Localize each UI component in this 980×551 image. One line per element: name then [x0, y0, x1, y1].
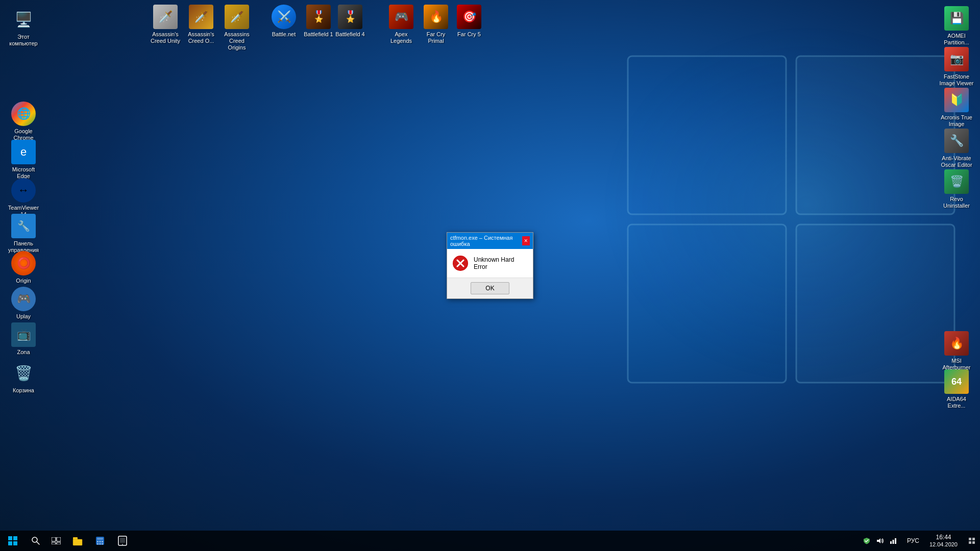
task-view-icon [52, 537, 61, 544]
this-pc-icon: 🖥️ [11, 7, 36, 32]
svg-rect-20 [57, 537, 61, 541]
svg-rect-36 [120, 538, 125, 543]
svg-rect-41 [969, 538, 971, 540]
google-chrome-icon: 🌐 [11, 102, 36, 126]
desktop-icon-uplay[interactable]: 🎮 Uplay [3, 285, 44, 322]
dialog-body: Unknown Hard Error [447, 249, 533, 278]
desktop-icon-anti-vibrate[interactable]: 🔧 Anti-Vibrate Oscar Editor [936, 127, 977, 170]
svg-rect-21 [52, 542, 56, 544]
dialog-close-button[interactable]: × [522, 236, 530, 245]
svg-rect-39 [892, 540, 894, 544]
taskbar-calculator[interactable] [89, 531, 111, 551]
clock-display[interactable]: 16:44 12.04.2020 [924, 531, 963, 551]
battle-net-label: Battle.net [272, 31, 296, 38]
assassins-creed-o-icon: 🗡️ [189, 5, 213, 29]
far-cry-primal-icon: 🔥 [424, 5, 448, 29]
svg-rect-30 [102, 541, 103, 542]
desktop-icon-faststone[interactable]: 📷 FastStone Image Viewer [936, 45, 977, 89]
svg-rect-13 [8, 536, 12, 540]
file-explorer-icon [72, 535, 83, 546]
windows-start-icon [8, 536, 17, 545]
this-pc-label: Этот компьютер [5, 34, 42, 47]
desktop-icon-battlefield-4[interactable]: 🎖️ Battlefield 4 [332, 3, 369, 40]
far-cry-5-label: Far Cry 5 [457, 31, 481, 38]
svg-rect-38 [890, 541, 892, 544]
zona-label: Zona [17, 349, 30, 356]
microsoft-edge-icon: e [11, 140, 36, 164]
assassins-creed-unity-label: Assassin's Creed Unity [149, 31, 182, 44]
desktop-icon-this-pc[interactable]: 🖥️ Этот компьютер [3, 5, 44, 49]
desktop-icon-trash[interactable]: 🗑️ Корзина [3, 359, 44, 396]
uplay-label: Uplay [16, 313, 31, 320]
desktop-icon-far-cry-primal[interactable]: 🔥 Far Cry Primal [418, 3, 454, 46]
desktop-icon-aida64[interactable]: 64 AIDA64 Extre... [936, 367, 977, 411]
msi-afterburner-icon: 🔥 [944, 331, 969, 356]
desktop-icon-battle-net[interactable]: ⚔️ Battle.net [265, 3, 302, 40]
taskbar: РУС 16:44 12.04.2020 [0, 531, 980, 551]
taskbar-pinned-apps [66, 531, 134, 551]
svg-rect-29 [100, 541, 101, 542]
uplay-icon: 🎮 [11, 287, 36, 311]
acronis-icon: 🔰 [944, 88, 969, 112]
control-panel-icon: 🔧 [11, 214, 36, 238]
taskbar-file-explorer[interactable] [66, 531, 89, 551]
svg-marker-37 [877, 538, 880, 543]
desktop-icon-acronis[interactable]: 🔰 Acronis True Image [936, 86, 977, 130]
dialog-titlebar: ctfmon.exe – Системная ошибка × [447, 233, 533, 249]
system-tray [858, 531, 902, 551]
language-indicator[interactable]: РУС [903, 531, 923, 551]
calculator-icon [95, 536, 105, 546]
desktop: 🖥️ Этот компьютер 🌐 Google Chrome e Micr… [0, 0, 980, 551]
anti-vibrate-icon: 🔧 [944, 129, 969, 153]
desktop-icon-aomei[interactable]: 💾 AOMEI Partition... [936, 4, 977, 48]
faststone-label: FastStone Image Viewer [938, 73, 975, 87]
desktop-icon-google-chrome[interactable]: 🌐 Google Chrome [3, 99, 44, 143]
dialog-footer: OK [447, 278, 533, 298]
desktop-icon-apex-legends[interactable]: 🎮 Apex Legends [383, 3, 420, 46]
desktop-icon-assassins-creed-o[interactable]: 🗡️ Assassin's Creed O... [183, 3, 219, 46]
network-tray-icon[interactable] [888, 535, 899, 546]
svg-rect-23 [73, 539, 82, 545]
svg-line-18 [37, 542, 39, 544]
svg-rect-19 [52, 537, 56, 541]
far-cry-primal-label: Far Cry Primal [420, 31, 452, 44]
aida64-icon: 64 [944, 369, 969, 394]
search-icon [32, 537, 40, 545]
taskbar-right-area: РУС 16:44 12.04.2020 [858, 531, 980, 551]
desktop-icon-far-cry-5[interactable]: 🎯 Far Cry 5 [451, 3, 487, 40]
zona-icon: 📺 [11, 322, 36, 347]
desktop-icon-zona[interactable]: 📺 Zona [3, 320, 44, 358]
task-view-button[interactable] [46, 531, 66, 551]
tablet-mode-icon [117, 536, 128, 546]
assassins-creed-origins-icon: 🗡️ [225, 5, 249, 29]
apex-legends-label: Apex Legends [385, 31, 418, 44]
svg-rect-27 [97, 538, 103, 540]
dialog-ok-button[interactable]: OK [471, 282, 509, 294]
battle-net-icon: ⚔️ [272, 5, 296, 29]
desktop-icon-microsoft-edge[interactable]: e Microsoft Edge [3, 138, 44, 182]
clock-date: 12.04.2020 [929, 541, 958, 548]
start-button[interactable] [0, 531, 26, 551]
windows-defender-tray-icon[interactable] [861, 535, 872, 546]
taskbar-tablet-mode[interactable] [111, 531, 134, 551]
desktop-icon-origin[interactable]: ⭕ Origin [3, 249, 44, 286]
notification-center-button[interactable] [964, 531, 980, 551]
svg-rect-42 [972, 538, 975, 540]
desktop-icon-assassins-creed-origins[interactable]: 🗡️ Assassins Creed Origins [218, 3, 255, 54]
svg-rect-16 [13, 541, 17, 545]
revo-icon: 🗑️ [944, 169, 969, 194]
assassins-creed-origins-label: Assassins Creed Origins [220, 31, 253, 52]
revo-label: Revo Uninstaller [938, 196, 975, 209]
volume-tray-icon[interactable] [874, 535, 886, 546]
svg-rect-31 [97, 543, 99, 545]
desktop-icon-revo[interactable]: 🗑️ Revo Uninstaller [936, 167, 977, 211]
desktop-icon-assassins-creed-unity[interactable]: 🗡️ Assassin's Creed Unity [147, 3, 184, 46]
origin-icon: ⭕ [11, 251, 36, 276]
search-button[interactable] [26, 531, 46, 551]
battlefield-4-label: Battlefield 4 [335, 31, 364, 38]
origin-label: Origin [16, 278, 31, 284]
aomei-label: AOMEI Partition... [938, 33, 975, 46]
dialog-title: ctfmon.exe – Системная ошибка [450, 235, 522, 247]
apex-legends-icon: 🎮 [389, 5, 413, 29]
desktop-icon-msi-afterburner[interactable]: 🔥 MSI Afterburner [936, 329, 977, 373]
